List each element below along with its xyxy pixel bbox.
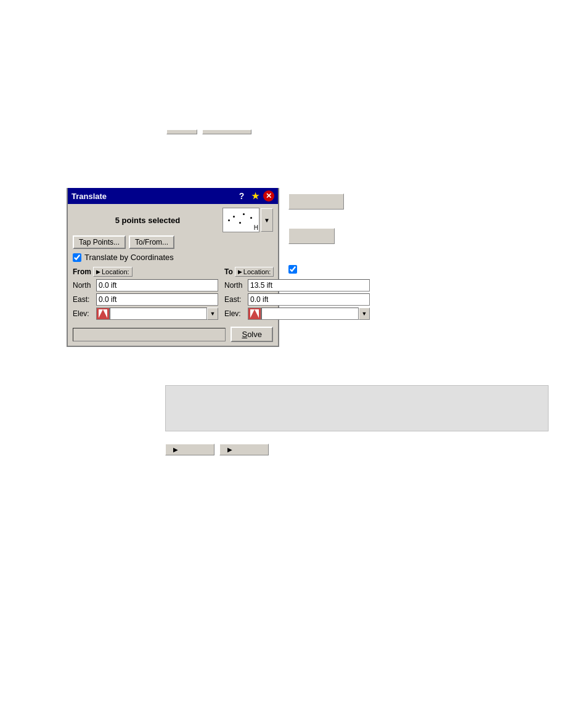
preview-dots xyxy=(226,211,256,226)
bookmark-icon[interactable]: ★ xyxy=(250,190,261,202)
to-column: To ▶ Location: North East: Elev: xyxy=(224,267,370,322)
to-elev-row: Elev: ▼ xyxy=(224,308,370,320)
from-elev-triangle xyxy=(99,309,107,318)
checkbox-row: Translate by Coordinates xyxy=(73,253,273,262)
dialog-body: 5 points selected H ▼ Tap Points... xyxy=(68,204,278,346)
dot1 xyxy=(233,216,235,218)
coordinates-grid: From ▶ Location: North East: Elev: xyxy=(73,267,273,322)
close-icon[interactable]: ✕ xyxy=(263,190,274,202)
from-north-label: North xyxy=(73,281,96,290)
dialog-titlebar: Translate ? ★ ✕ xyxy=(68,188,278,204)
from-east-row: East: xyxy=(73,293,218,306)
to-from-button[interactable]: To/From... xyxy=(129,235,174,249)
bottom-gray-area xyxy=(165,385,549,431)
points-row: 5 points selected H ▼ xyxy=(73,208,273,232)
nav-btn-1-arrow: ▶ xyxy=(173,446,178,453)
to-header: To ▶ Location: xyxy=(224,267,370,277)
solve-button[interactable]: Solve xyxy=(231,327,273,342)
from-north-input[interactable] xyxy=(96,279,218,291)
from-elev-icon xyxy=(96,308,110,320)
preview-box: H xyxy=(223,208,259,232)
from-elev-dropdown[interactable]: ▼ xyxy=(207,308,218,320)
from-elev-label: Elev: xyxy=(73,309,96,318)
bottom-nav-button-2[interactable]: ▶ xyxy=(219,444,269,455)
to-elev-dropdown[interactable]: ▼ xyxy=(359,308,370,320)
from-elev-icon-inner xyxy=(99,309,107,318)
from-east-label: East: xyxy=(73,295,96,304)
points-selected-text: 5 points selected xyxy=(73,216,223,225)
tap-row: Tap Points... To/From... xyxy=(73,235,273,249)
top-button-2[interactable] xyxy=(202,129,251,134)
from-column: From ▶ Location: North East: Elev: xyxy=(73,267,218,322)
from-location-label: Location: xyxy=(102,268,129,275)
right-button-1[interactable] xyxy=(288,194,344,210)
titlebar-icons: ? ★ ✕ xyxy=(236,190,274,202)
help-icon[interactable]: ? xyxy=(236,190,247,202)
top-button-group xyxy=(166,129,251,134)
nav-btn-2-arrow: ▶ xyxy=(227,446,232,453)
top-button-1[interactable] xyxy=(166,129,197,134)
dot3 xyxy=(228,219,230,221)
to-north-row: North xyxy=(224,279,370,291)
dot4 xyxy=(239,222,241,224)
from-location-button[interactable]: ▶ Location: xyxy=(93,267,133,277)
to-label: To xyxy=(224,267,233,276)
from-label: From xyxy=(73,267,91,276)
right-checkbox[interactable] xyxy=(288,265,297,274)
to-north-input[interactable] xyxy=(248,279,370,291)
to-elev-input[interactable] xyxy=(261,308,359,320)
solve-s: Solve xyxy=(242,330,262,339)
to-location-label: Location: xyxy=(243,268,271,275)
bottom-row: Solve xyxy=(73,327,273,342)
dialog-title: Translate xyxy=(71,192,236,201)
from-elev-row: Elev: ▼ xyxy=(73,308,218,320)
to-north-label: North xyxy=(224,281,248,290)
to-elev-triangle xyxy=(250,309,259,318)
from-elev-input[interactable] xyxy=(110,308,207,320)
to-location-arrow: ▶ xyxy=(238,269,242,275)
bottom-nav-buttons: ▶ ▶ xyxy=(165,444,269,455)
right-button-2[interactable] xyxy=(288,228,335,244)
translate-by-coords-checkbox[interactable] xyxy=(73,253,81,262)
from-north-row: North xyxy=(73,279,218,291)
to-elev-icon-inner xyxy=(250,309,259,318)
bottom-nav-button-1[interactable]: ▶ xyxy=(165,444,214,455)
to-elev-icon xyxy=(248,308,261,320)
translate-by-coords-label: Translate by Coordinates xyxy=(84,253,174,262)
to-elev-label: Elev: xyxy=(224,309,248,318)
to-location-button[interactable]: ▶ Location: xyxy=(235,267,274,277)
to-east-input[interactable] xyxy=(248,293,370,306)
to-east-row: East: xyxy=(224,293,370,306)
from-location-arrow: ▶ xyxy=(96,269,100,275)
preview-dropdown-btn[interactable]: ▼ xyxy=(261,208,273,232)
translate-dialog: Translate ? ★ ✕ 5 points selected xyxy=(67,188,279,347)
tap-points-button[interactable]: Tap Points... xyxy=(73,235,126,249)
from-east-input[interactable] xyxy=(96,293,218,306)
status-input xyxy=(73,328,226,341)
from-header: From ▶ Location: xyxy=(73,267,218,277)
dot2 xyxy=(243,213,245,215)
dot5 xyxy=(250,217,252,219)
to-east-label: East: xyxy=(224,295,248,304)
